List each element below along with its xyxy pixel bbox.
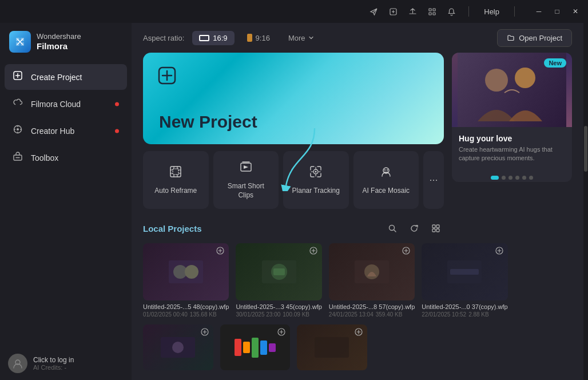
aspect-16-9-button[interactable]: 16:9 xyxy=(192,31,234,45)
filmora-cloud-icon xyxy=(11,97,24,110)
project-card-5[interactable] xyxy=(143,324,213,370)
sidebar-item-label-create-project: Create Project xyxy=(31,73,82,82)
smart-short-clips-icon xyxy=(239,160,253,177)
refresh-button[interactable] xyxy=(406,220,422,236)
scrollbar-thumb[interactable] xyxy=(584,126,587,172)
sidebar: Wondershare Filmora Create Project xyxy=(0,23,132,380)
project-meta-1: Untitled-2025-...5 48(copy).wfp 01/02/20… xyxy=(143,303,229,318)
badge-icon[interactable] xyxy=(387,6,399,17)
project-meta-3: Untitled-2025-...8 57(copy).wfp 24/01/20… xyxy=(329,303,415,318)
upload-icon-3 xyxy=(402,247,410,256)
toolbar: Aspect ratio: 16:9 9:16 More Open Projec… xyxy=(132,23,583,53)
promo-dot-4[interactable] xyxy=(515,176,519,180)
promo-dot-6[interactable] xyxy=(529,176,533,180)
promo-dot-5[interactable] xyxy=(522,176,526,180)
titlebar-divider xyxy=(468,6,469,17)
content-area: Aspect ratio: 16:9 9:16 More Open Projec… xyxy=(132,23,583,380)
sidebar-item-toolbox[interactable]: Toolbox xyxy=(5,145,127,171)
upload-icon[interactable] xyxy=(407,6,418,17)
credits-label: AI Credits: - xyxy=(33,364,74,371)
promo-column: New xyxy=(452,53,572,370)
new-project-label: New Project xyxy=(159,112,257,132)
open-project-button[interactable]: Open Project xyxy=(497,29,572,47)
ai-face-mosaic-icon xyxy=(379,165,393,182)
new-project-banner[interactable]: New Project xyxy=(143,53,444,144)
creator-hub-notification-dot xyxy=(115,129,119,133)
project-meta-2: Untitled-2025-...3 45(copy).wfp 30/01/20… xyxy=(236,303,321,318)
more-tools-icon: ··· xyxy=(429,174,438,186)
sidebar-item-filmora-cloud[interactable]: Filmora Cloud xyxy=(5,91,127,117)
sidebar-nav: Create Project Filmora Cloud xyxy=(0,64,132,347)
bell-icon[interactable] xyxy=(446,6,457,17)
upload-icon-2 xyxy=(309,247,317,256)
scrollbar-track[interactable] xyxy=(583,23,588,380)
project-card-1[interactable]: Untitled-2025-...5 48(copy).wfp 01/02/20… xyxy=(143,243,229,318)
svg-rect-24 xyxy=(436,229,439,232)
svg-rect-22 xyxy=(436,225,439,228)
project-card-2[interactable]: Untitled-2025-...3 45(copy).wfp 30/01/20… xyxy=(236,243,321,318)
tool-card-auto-reframe[interactable]: Auto Reframe xyxy=(143,151,209,209)
aspect-wide-icon xyxy=(199,35,209,41)
search-button[interactable] xyxy=(384,220,400,236)
empty-cell xyxy=(374,324,444,370)
promo-body: Hug your love Create heartwarming AI hug… xyxy=(452,127,572,170)
aspect-9-16-button[interactable]: 9:16 xyxy=(240,31,277,45)
footer-text: Click to log in AI Credits: - xyxy=(33,356,74,371)
tool-card-ai-face-mosaic[interactable]: AI Face Mosaic xyxy=(353,151,419,209)
local-projects-actions xyxy=(384,220,444,236)
creator-hub-icon xyxy=(11,124,24,137)
inner-layout: New Project xyxy=(143,53,572,370)
svg-rect-19 xyxy=(387,169,388,171)
project-card-6[interactable] xyxy=(220,324,291,370)
promo-dots xyxy=(452,176,572,180)
help-button[interactable]: Help xyxy=(480,6,503,17)
project-card-3[interactable]: Untitled-2025-...8 57(copy).wfp 24/01/20… xyxy=(329,243,415,318)
project-thumbnail-4 xyxy=(422,243,507,300)
sidebar-item-creator-hub[interactable]: Creator Hub xyxy=(5,118,127,144)
view-toggle-button[interactable] xyxy=(428,220,444,236)
project-thumbnail-7 xyxy=(297,324,367,370)
projects-grid: Untitled-2025-...5 48(copy).wfp 01/02/20… xyxy=(143,243,444,318)
svg-rect-23 xyxy=(432,229,435,232)
close-button[interactable]: ✕ xyxy=(567,5,583,18)
sidebar-footer[interactable]: Click to log in AI Credits: - xyxy=(0,347,132,380)
aspect-ratio-label: Aspect ratio: xyxy=(143,34,184,42)
maximize-button[interactable]: □ xyxy=(549,5,565,18)
svg-point-40 xyxy=(172,342,184,353)
svg-point-27 xyxy=(185,265,198,279)
logo-text: Wondershare Filmora xyxy=(37,32,81,52)
local-projects-title: Local Projects xyxy=(143,224,202,233)
svg-rect-12 xyxy=(170,167,181,177)
titlebar-divider-2 xyxy=(514,6,515,17)
upload-icon-7 xyxy=(355,328,363,338)
window-controls: ─ □ ✕ xyxy=(531,5,583,18)
chevron-down-icon xyxy=(308,34,315,41)
more-button[interactable]: More xyxy=(283,31,320,45)
aspect-tall-icon xyxy=(247,34,252,42)
sidebar-item-create-project[interactable]: Create Project xyxy=(5,64,127,90)
project-card-7[interactable] xyxy=(297,324,367,370)
promo-description: Create heartwarming AI hugs that capture… xyxy=(459,145,565,163)
local-projects-header: Local Projects xyxy=(143,220,444,236)
product-name: Filmora xyxy=(37,41,81,52)
promo-dot-1[interactable] xyxy=(491,176,499,180)
titlebar: Help ─ □ ✕ xyxy=(0,0,588,23)
more-tools-button[interactable]: ··· xyxy=(423,151,444,209)
svg-rect-21 xyxy=(432,225,435,228)
app-logo-icon xyxy=(9,31,31,53)
svg-point-47 xyxy=(485,69,508,92)
titlebar-actions: Help ─ □ ✕ xyxy=(368,5,583,18)
toolbox-icon xyxy=(11,151,24,164)
tool-card-planar-tracking[interactable]: Planar Tracking xyxy=(283,151,349,209)
promo-dot-2[interactable] xyxy=(502,176,506,180)
send-icon[interactable] xyxy=(368,6,379,17)
grid-icon[interactable] xyxy=(426,6,438,17)
promo-dot-3[interactable] xyxy=(508,176,512,180)
promo-card: New xyxy=(452,53,572,182)
more-label: More xyxy=(288,34,305,42)
svg-rect-43 xyxy=(315,337,349,358)
minimize-button[interactable]: ─ xyxy=(531,5,547,18)
promo-new-badge: New xyxy=(544,58,566,68)
tool-card-smart-short-clips[interactable]: Smart Short Clips xyxy=(213,151,279,209)
project-thumbnail-6 xyxy=(220,324,291,370)
